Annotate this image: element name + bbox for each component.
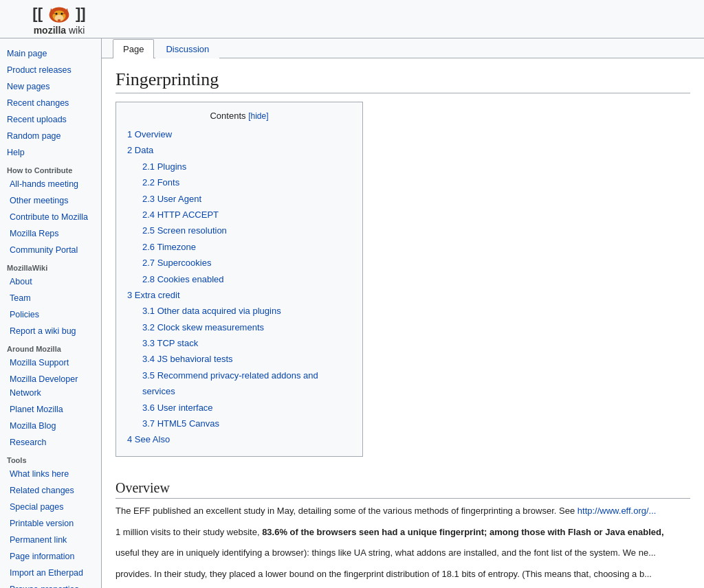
svg-point-7: [58, 19, 61, 21]
toc-link-2-7[interactable]: 2.7 Supercookies: [142, 258, 211, 268]
toc-item-4: 4 See Also: [127, 431, 351, 447]
sidebar-item-related-changes[interactable]: Related changes: [0, 482, 101, 499]
sidebar-item-new-pages[interactable]: New pages: [0, 78, 101, 95]
toc-link-3-2[interactable]: 3.2 Clock skew measurements: [142, 322, 264, 332]
sidebar-item-mozilla-reps[interactable]: Mozilla Reps: [0, 225, 101, 242]
sidebar-item-about[interactable]: About: [0, 273, 101, 290]
sidebar-item-import-etherpad[interactable]: Import an Etherpad: [0, 565, 101, 581]
toc-item-2-7: 2.7 Supercookies: [127, 255, 351, 271]
sidebar-item-planet-mozilla[interactable]: Planet Mozilla: [0, 401, 101, 418]
sidebar-item-team[interactable]: Team: [0, 290, 101, 306]
sidebar-item-policies[interactable]: Policies: [0, 306, 101, 323]
overview-paragraph-3: useful they are in uniquely identifying …: [116, 546, 690, 561]
tab-discussion[interactable]: Discussion: [155, 39, 219, 58]
toc-link-2-4[interactable]: 2.4 HTTP ACCEPT: [142, 210, 219, 220]
toc-link-2-5[interactable]: 2.5 Screen resolution: [142, 225, 227, 236]
overview-paragraph-1: The EFF published an excellent study in …: [116, 504, 690, 519]
toc-item-2-5: 2.5 Screen resolution: [127, 223, 351, 238]
toc-link-3-6[interactable]: 3.6 User interface: [142, 403, 213, 413]
toc-link-3[interactable]: 3 Extra credit: [127, 290, 180, 300]
tab-page[interactable]: Page: [113, 39, 154, 58]
toc-link-2-3[interactable]: 2.3 User Agent: [142, 194, 201, 204]
sidebar-item-what-links[interactable]: What links here: [0, 466, 101, 482]
sidebar-item-page-info[interactable]: Page information: [0, 548, 101, 565]
toc-link-3-5[interactable]: 3.5 Recommend privacy-related addons and…: [142, 370, 318, 396]
toc-item-2-2: 2.2 Fonts: [127, 174, 351, 190]
toc-link-3-3[interactable]: 3.3 TCP stack: [142, 338, 198, 348]
overview-section-title: Overview: [116, 480, 690, 499]
toc-link-4[interactable]: 4 See Also: [127, 434, 170, 444]
toc-link-1[interactable]: 1 Overview: [127, 129, 172, 139]
sidebar-item-contribute[interactable]: Contribute to Mozilla: [0, 209, 101, 225]
sidebar-item-research[interactable]: Research: [0, 434, 101, 451]
toc-link-3-1[interactable]: 3.1 Other data acquired via plugins: [142, 306, 281, 316]
sidebar-section-around: Around Mozilla: [0, 339, 101, 354]
eff-link[interactable]: http://www.eff.org/...: [578, 506, 657, 516]
toc-header: Contents [hide]: [127, 111, 351, 121]
fox-icon: [45, 3, 73, 25]
sidebar-item-product-releases[interactable]: Product releases: [0, 62, 101, 78]
toc-item-2-8: 2.8 Cookies enabled: [127, 271, 351, 287]
sidebar-item-other-meetings[interactable]: Other meetings: [0, 192, 101, 209]
page-title: Fingerprinting: [116, 69, 690, 93]
toc-item-3-5: 3.5 Recommend privacy-related addons and…: [127, 368, 351, 400]
sidebar-section-how-to: How to Contribute: [0, 161, 101, 176]
sidebar-item-mozilla-blog[interactable]: Mozilla Blog: [0, 418, 101, 434]
logo-area: [[ ]] mozilla wiki: [11, 3, 107, 36]
toc-hide-button[interactable]: [hide]: [248, 111, 268, 121]
toc-item-3: 3 Extra credit: [127, 287, 351, 303]
sidebar-section-mozillawiki: MozillaWiki: [0, 258, 101, 273]
sidebar-item-recent-uploads[interactable]: Recent uploads: [0, 111, 101, 128]
toc-link-2-6[interactable]: 2.6 Timezone: [142, 242, 196, 252]
sidebar-item-all-hands[interactable]: All-hands meeting: [0, 176, 101, 192]
sidebar-item-recent-changes[interactable]: Recent changes: [0, 95, 101, 111]
toc-item-3-4: 3.4 JS behavioral tests: [127, 351, 351, 367]
toc-link-3-4[interactable]: 3.4 JS behavioral tests: [142, 354, 233, 364]
sidebar-item-special-pages[interactable]: Special pages: [0, 499, 101, 515]
toc-item-1: 1 Overview: [127, 126, 351, 142]
sidebar-item-random-page[interactable]: Random page: [0, 128, 101, 144]
overview-paragraph-2: 1 million visits to their study website,…: [116, 525, 690, 540]
toc-link-3-7[interactable]: 3.7 HTML5 Canvas: [142, 418, 219, 429]
sidebar-item-report-bug[interactable]: Report a wiki bug: [0, 323, 101, 339]
toc-link-2-1[interactable]: 2.1 Plugins: [142, 161, 186, 172]
page-body: Fingerprinting Contents [hide] 1 Overvie…: [102, 58, 704, 588]
toc-item-3-6: 3.6 User interface: [127, 400, 351, 416]
toc-item-3-3: 3.3 TCP stack: [127, 335, 351, 351]
bracket-left: [[: [32, 5, 43, 23]
table-of-contents: Contents [hide] 1 Overview 2 Data 2.1 Pl…: [116, 102, 363, 457]
tab-bar: Page Discussion: [102, 38, 704, 58]
sidebar-item-mdn[interactable]: Mozilla Developer Network: [0, 371, 101, 401]
sidebar-item-help[interactable]: Help: [0, 144, 101, 161]
toc-link-2[interactable]: 2 Data: [127, 145, 153, 155]
toc-item-2-4: 2.4 HTTP ACCEPT: [127, 207, 351, 223]
sidebar-item-printable[interactable]: Printable version: [0, 515, 101, 532]
toc-item-2-3: 2.3 User Agent: [127, 191, 351, 207]
toc-item-2-6: 2.6 Timezone: [127, 239, 351, 255]
sidebar-section-tools: Tools: [0, 451, 101, 466]
bracket-right: ]]: [76, 5, 86, 23]
svg-point-6: [60, 12, 63, 14]
toc-item-2: 2 Data: [127, 142, 351, 158]
sidebar-item-permanent-link[interactable]: Permanent link: [0, 532, 101, 548]
site-name: mozilla wiki: [34, 25, 85, 36]
sidebar-item-community-portal[interactable]: Community Portal: [0, 242, 101, 258]
toc-item-3-2: 3.2 Clock skew measurements: [127, 319, 351, 335]
toc-link-2-8[interactable]: 2.8 Cookies enabled: [142, 274, 224, 284]
sidebar-item-browse-properties[interactable]: Browse properties: [0, 581, 101, 588]
sidebar: Main page Product releases New pages Rec…: [0, 38, 102, 588]
svg-point-5: [55, 12, 57, 14]
overview-paragraph-4: provides. In their study, they placed a …: [116, 567, 690, 582]
sidebar-item-main-page[interactable]: Main page: [0, 45, 101, 62]
content-area: Page Discussion Fingerprinting Contents …: [102, 38, 704, 588]
sidebar-item-mozilla-support[interactable]: Mozilla Support: [0, 354, 101, 371]
toc-item-3-7: 3.7 HTML5 Canvas: [127, 416, 351, 431]
toc-link-2-2[interactable]: 2.2 Fonts: [142, 177, 179, 188]
toc-item-3-1: 3.1 Other data acquired via plugins: [127, 303, 351, 319]
toc-item-2-1: 2.1 Plugins: [127, 159, 351, 174]
